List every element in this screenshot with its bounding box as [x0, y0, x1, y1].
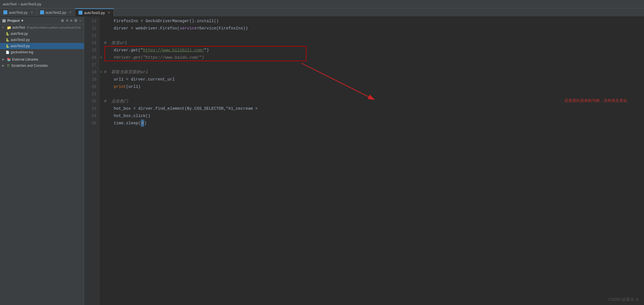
py-file-icon-3: 🐍: [6, 44, 10, 48]
project-icon: ▤: [2, 19, 6, 23]
code-content[interactable]: FirefoxIns = GeckoDriverManager().instal…: [100, 17, 644, 305]
line-num-21: 21: [84, 90, 96, 98]
sidebar: ▤ Project ▾ ⊕ ≡ ≡ ⚙ − ▾ 📁 autoTest D:\py…: [0, 17, 84, 305]
sidebar-header-left: ▤ Project ▾: [2, 19, 23, 23]
tab-icon-2: [40, 10, 44, 14]
tab-close-2[interactable]: ✕: [69, 11, 71, 14]
tab-icon-3: [79, 11, 82, 15]
title-bar: autoTest – autoTest3.py: [0, 0, 644, 8]
sidebar-header: ▤ Project ▾ ⊕ ≡ ≡ ⚙ −: [0, 17, 84, 24]
code-text-12b: =Service(FirefoxIns)): [197, 25, 248, 32]
sidebar-close-icon[interactable]: −: [79, 18, 82, 23]
code-line-17: [100, 61, 644, 68]
code-comment-22: # 点击热门: [104, 98, 128, 105]
sidebar-item-external-libraries[interactable]: ▶ 📚 External Libraries: [0, 56, 84, 63]
line-num-14: 14: [84, 39, 96, 47]
tab-close-1[interactable]: ✕: [31, 11, 33, 14]
code-line-20: print(url1): [100, 83, 644, 90]
scratches-icon: 🗒: [7, 64, 10, 68]
code-line-24: hot_box.click(): [100, 112, 644, 120]
code-text-24: hot_box.click(): [104, 112, 150, 120]
folder-icon: 📁: [7, 26, 11, 30]
code-url-15: https://www.bilibili.com/: [143, 47, 204, 54]
code-text-12a: dirver = webdriver.Firefox(: [104, 25, 180, 32]
code-line-15: dirver.get("https://www.bilibili.com/"): [100, 47, 644, 54]
sidebar-item-root[interactable]: ▾ 📁 autoTest D:\python\learn-python-scho…: [0, 24, 84, 31]
scratches-arrow: ▶: [2, 64, 6, 67]
line-num-25: 25: [84, 120, 96, 127]
code-comment-14: # 发送url: [104, 39, 127, 47]
root-label: autoTest D:\python\learn-python-school\a…: [12, 26, 80, 29]
line-numbers: 11 12 13 14 15 16 17 18 19 20 21 22 23 2…: [84, 17, 100, 305]
code-text-25b: ): [144, 120, 147, 127]
code-text-20a: [104, 83, 114, 90]
extlib-icon: 📚: [7, 58, 11, 61]
sidebar-item-autotest2-py[interactable]: 🐍 autoTest2.py: [0, 37, 84, 43]
tab-autotest1[interactable]: autoTest.py ✕: [0, 8, 37, 16]
sidebar-item-geckodriver-log[interactable]: 📄 geckodriver.log: [0, 49, 84, 55]
code-builtin-20: print: [114, 83, 126, 90]
sidebar-item-autotest3-py[interactable]: 🐍 autoTest3.py: [0, 43, 84, 49]
main-layout: ▤ Project ▾ ⊕ ≡ ≡ ⚙ − ▾ 📁 autoTest D:\py…: [0, 17, 644, 305]
code-line-23: hot_box = dirver.find_element(By.CSS_SEL…: [100, 105, 644, 112]
code-text-15a: dirver.get(": [104, 47, 143, 54]
line-num-16: 16: [84, 54, 96, 61]
root-collapse-arrow: ▾: [2, 26, 6, 29]
scratches-label: Scratches and Consoles: [11, 64, 48, 68]
code-line-22: # 点击热门: [100, 98, 644, 105]
editor-area[interactable]: 11 12 13 14 15 16 17 18 19 20 21 22 23 2…: [84, 17, 644, 305]
code-text-20b: (url1): [126, 83, 140, 90]
tab-autotest2[interactable]: autoTest2.py ✕: [37, 8, 75, 16]
code-line-13: [100, 32, 644, 39]
tab-autotest3[interactable]: autoTest3.py ✕: [75, 8, 114, 16]
extlib-arrow: ▶: [2, 58, 6, 61]
code-line-21: [100, 90, 644, 98]
tab-bar: autoTest.py ✕ autoTest2.py ✕ autoTest3.p…: [0, 8, 644, 17]
code-line-19: url1 = dirver.current_url: [100, 76, 644, 83]
file-label-4: geckodriver.log: [11, 50, 33, 54]
code-line-11: FirefoxIns = GeckoDriverManager().instal…: [100, 17, 644, 25]
line-num-23: 23: [84, 105, 96, 112]
code-line-16: ◁ #driver.get("https://www.baidu.com/"): [100, 54, 644, 61]
code-comment-16: #driver.get("https://www.baidu.com/"): [104, 54, 204, 61]
sidebar-item-scratches[interactable]: ▶ 🗒 Scratches and Consoles: [0, 63, 84, 69]
sidebar-icons: ⊕ ≡ ≡ ⚙ −: [61, 18, 82, 23]
file-label-3: autoTest3.py: [11, 44, 30, 48]
tab-label-3: autoTest3.py: [84, 11, 105, 15]
code-text-11: FirefoxIns = GeckoDriverManager().instal…: [104, 17, 219, 25]
code-line-14: # 发送url: [100, 39, 644, 47]
code-kw-12: service: [180, 25, 197, 32]
code-line-25: time.sleep(3): [100, 120, 644, 127]
line-num-18: 18: [84, 68, 96, 76]
sidebar-item-autotest-py[interactable]: 🐍 autoTest.py: [0, 31, 84, 37]
fold-arrow-18: ◁: [100, 68, 102, 76]
dropdown-arrow-icon[interactable]: ▾: [21, 19, 23, 23]
py-file-icon-2: 🐍: [6, 38, 10, 42]
tab-close-3[interactable]: ✕: [108, 11, 110, 15]
line-num-22: 22: [84, 98, 96, 105]
file-label-2: autoTest2.py: [11, 38, 30, 42]
code-text-19: url1 = dirver.current_url: [104, 76, 175, 83]
sidebar-settings-icon[interactable]: ⚙: [74, 18, 78, 23]
py-file-icon-1: 🐍: [6, 32, 10, 36]
sidebar-title: Project: [7, 19, 20, 23]
watermark: CSDN @落水 zl: [608, 297, 638, 302]
extlib-label: External Libraries: [12, 58, 38, 61]
code-line-18: ◁ # 获取当前页面的url: [100, 68, 644, 76]
code-num-25: 3: [141, 120, 144, 127]
line-num-15: 15: [84, 47, 96, 54]
file-label-1: autoTest.py: [11, 32, 28, 36]
sidebar-expand-icon[interactable]: ≡: [70, 18, 72, 23]
line-num-20: 20: [84, 83, 96, 90]
code-text-25a: time.sleep(: [104, 120, 141, 127]
line-num-13: 13: [84, 32, 96, 39]
line-num-24: 24: [84, 112, 96, 120]
log-file-icon: 📄: [6, 51, 10, 54]
code-line-12: dirver = webdriver.Firefox(service=Servi…: [100, 25, 644, 32]
sidebar-locate-icon[interactable]: ⊕: [61, 18, 64, 23]
sidebar-collapse-icon[interactable]: ≡: [66, 18, 68, 23]
code-comment-18: # 获取当前页面的url: [104, 68, 148, 76]
tab-label-2: autoTest2.py: [46, 10, 66, 15]
tab-icon-1: [3, 10, 7, 14]
line-num-12: 12: [84, 25, 96, 32]
